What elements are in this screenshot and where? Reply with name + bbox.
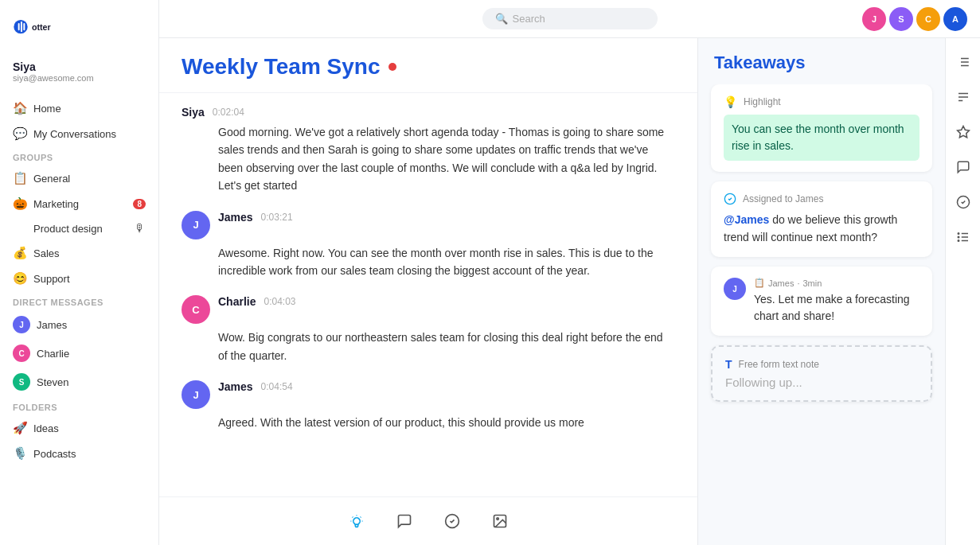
avatar: J [182,211,210,239]
message-header: Siya 0:02:04 [182,106,244,119]
svg-rect-3 [23,23,25,30]
chat-footer [159,496,697,545]
right-toolbar [945,38,980,545]
message-row: C Charlie 0:04:03 [182,295,675,324]
search-icon: 🔍 [495,13,508,25]
logo: otter [0,10,158,54]
card-header: Assigned to James [724,193,919,205]
chat-title: Weekly Team Sync [182,54,675,80]
toolbar-text-icon[interactable] [949,83,978,111]
avatar-3: C [916,7,940,31]
general-icon: 📋 [13,171,27,185]
sidebar-item-marketing[interactable]: 🎃 Marketing 8 [0,191,158,216]
sender-name: Siya [182,106,205,119]
sidebar-item-general[interactable]: 📋 General [0,165,158,191]
sidebar-item-podcasts[interactable]: 🎙️ Podcasts [0,441,158,466]
avatar-2: S [889,7,913,31]
assigned-icon [724,193,736,205]
topbar: 🔍 Search J S C A [159,0,980,38]
svg-point-7 [497,518,499,520]
comment-button[interactable] [390,507,419,535]
sidebar-item-support[interactable]: 😊 Support [0,266,158,291]
sidebar-item-label: Sales [33,247,60,259]
toolbar-list-icon[interactable] [949,48,978,76]
message-row: Siya 0:02:04 [182,106,675,119]
freeform-header: T Free form text note [725,358,918,371]
toolbar-highlight-icon[interactable] [949,118,978,146]
highlight-button[interactable] [342,507,371,535]
toolbar-bullet-icon[interactable] [949,223,978,251]
response-meta: 📋 James · 3min [754,278,919,288]
steven-avatar: S [13,373,30,391]
sidebar-item-james[interactable]: J James [0,310,158,339]
sidebar-item-sales[interactable]: 💰 Sales [0,240,158,266]
live-indicator [388,63,396,71]
chat-header: Weekly Team Sync [159,38,697,93]
home-icon: 🏠 [13,101,27,115]
toolbar-comment-icon[interactable] [949,153,978,181]
sidebar-item-label: Home [33,103,61,115]
svg-point-15 [958,240,959,242]
support-icon: 😊 [13,271,27,286]
sidebar-item-label: General [33,173,70,185]
message-content: Good morning. We've got a relatively sho… [182,123,675,195]
search-bar[interactable]: 🔍 Search [482,8,658,29]
user-info: Siya siya@awesome.com [0,54,158,95]
conversations-icon: 💬 [13,127,27,141]
message-row: J James 0:03:21 [182,211,675,239]
assigned-text: @James do we believe this growth trend w… [724,212,919,246]
card-header: 💡 Highlight [724,95,919,108]
dm-section-label: Direct Messages [0,291,158,310]
sidebar-item-label: Product design [33,223,103,235]
svg-point-14 [958,236,959,238]
sidebar-item-product-design[interactable]: Product design 🎙 [0,216,158,240]
response-avatar: J [724,278,746,300]
folders-section-label: Folders [0,396,158,415]
avatar: C [182,295,210,324]
sidebar-item-ideas[interactable]: 🚀 Ideas [0,415,158,441]
highlight-card: 💡 Highlight You can see the month over m… [711,84,932,172]
sidebar-item-label: Support [33,273,70,285]
response-text: Yes. Let me make a forecasting chart and… [754,291,919,325]
freeform-text[interactable]: Following up... [725,376,918,389]
sidebar-item-label: My Conversations [33,128,116,140]
toolbar-check-icon[interactable] [949,188,978,216]
main-content: 🔍 Search J S C A Weekly Team Sync [159,0,980,545]
message-content: Agreed. With the latest version of our p… [182,414,675,431]
svg-rect-2 [21,21,22,32]
marketing-badge: 8 [133,199,146,209]
chat-messages: Siya 0:02:04 Good morning. We've got a r… [159,93,697,496]
resp-icon: 📋 [754,278,765,288]
image-button[interactable] [486,507,514,535]
sidebar-item-charlie[interactable]: C Charlie [0,339,158,368]
freeform-icon: T [725,358,732,371]
message-group: Siya 0:02:04 Good morning. We've got a r… [182,106,675,195]
ideas-icon: 🚀 [13,421,27,435]
chat-title-text: Weekly Team Sync [182,54,381,80]
james-avatar: J [13,316,30,333]
response-content: 📋 James · 3min Yes. Let me make a foreca… [754,278,919,325]
sidebar-item-label: Steven [37,376,68,388]
mic-icon: 🎙 [135,222,146,235]
sidebar-item-home[interactable]: 🏠 Home [0,95,158,121]
timestamp: 0:04:03 [264,296,295,307]
message-group: J James 0:03:21 Awesome. Right now. You … [182,211,675,280]
svg-rect-1 [18,23,20,30]
card-label: Highlight [744,96,781,107]
sidebar-item-steven[interactable]: S Steven [0,368,158,396]
svg-text:otter: otter [32,22,51,32]
podcasts-icon: 🎙️ [13,446,27,461]
sidebar-item-my-conversations[interactable]: 💬 My Conversations [0,121,158,146]
takeaways-title: Takeaways [698,38,945,84]
chat-main: Weekly Team Sync Siya 0:02:04 Good morni… [159,38,698,545]
user-name: Siya [13,60,146,73]
card-label: Assigned to James [743,193,823,204]
action-item-button[interactable] [438,507,467,535]
sidebar: otter Siya siya@awesome.com 🏠 Home 💬 My … [0,0,159,545]
chat-area: Weekly Team Sync Siya 0:02:04 Good morni… [159,38,980,545]
sender-name: James [218,380,253,393]
message-group: C Charlie 0:04:03 Wow. Big congrats to o… [182,295,675,364]
sidebar-item-label: Marketing [33,198,79,210]
search-label: Search [513,13,545,25]
sidebar-item-label: James [37,319,67,331]
